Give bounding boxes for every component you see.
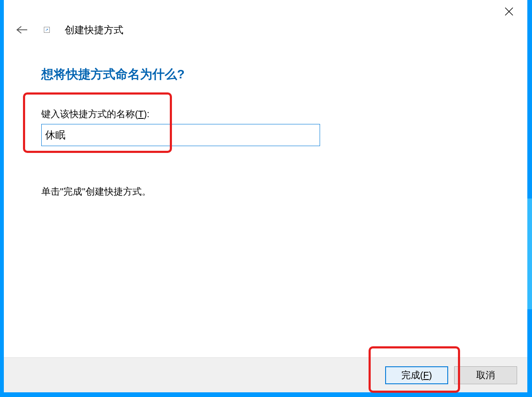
shortcut-name-input[interactable]: [41, 124, 320, 146]
close-button[interactable]: [503, 5, 515, 18]
name-input-label: 键入该快捷方式的名称(T):: [41, 108, 527, 121]
instruction-text: 单击"完成"创建快捷方式。: [41, 185, 527, 198]
finish-hotkey: F: [423, 370, 429, 380]
cancel-button[interactable]: 取消: [454, 366, 517, 384]
dialog-title: 创建快捷方式: [65, 23, 123, 37]
back-button[interactable]: [16, 23, 29, 36]
content-area: 想将快捷方式命名为什么? 键入该快捷方式的名称(T): 单击"完成"创建快捷方式…: [4, 38, 527, 357]
header-row: 创建快捷方式: [4, 21, 527, 38]
finish-button[interactable]: 完成(F): [385, 366, 448, 384]
footer-bar: 完成(F) 取消: [4, 357, 527, 392]
right-accent-bar: [527, 198, 532, 309]
name-input-section: 键入该快捷方式的名称(T):: [41, 108, 527, 146]
titlebar: [4, 0, 527, 21]
back-arrow-icon: [16, 26, 28, 34]
wizard-heading: 想将快捷方式命名为什么?: [41, 66, 527, 83]
label-suffix: ):: [144, 109, 149, 119]
label-hotkey: T: [138, 109, 143, 119]
label-prefix: 键入该快捷方式的名称(: [41, 109, 138, 119]
create-shortcut-wizard: 创建快捷方式 想将快捷方式命名为什么? 键入该快捷方式的名称(T): 单击"完成…: [4, 0, 527, 392]
finish-suffix: ): [429, 370, 432, 380]
shortcut-overlay-icon: [44, 27, 50, 33]
finish-prefix: 完成(: [401, 370, 423, 380]
close-icon: [504, 6, 514, 17]
